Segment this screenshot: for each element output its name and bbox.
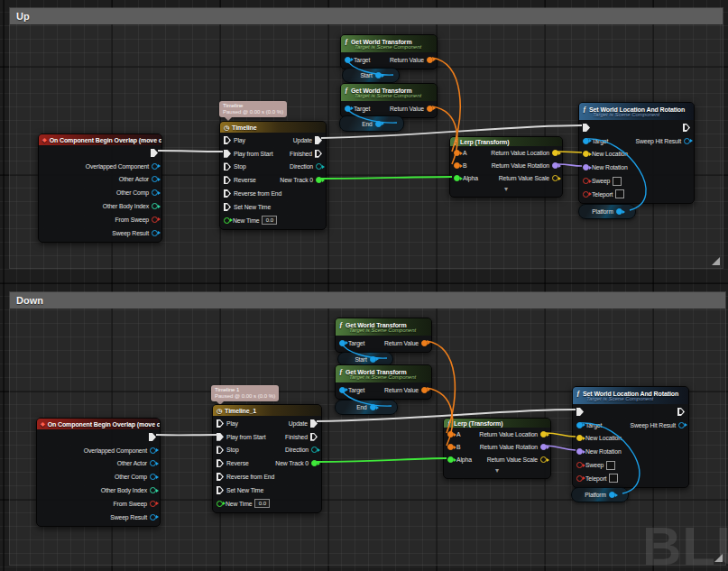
pin-target[interactable] bbox=[583, 138, 589, 144]
pin-teleport[interactable] bbox=[576, 475, 583, 482]
pin-a[interactable] bbox=[447, 431, 454, 437]
new-time-input[interactable]: 0.0 bbox=[254, 499, 270, 508]
pin-platform-value[interactable] bbox=[609, 492, 615, 498]
pin-return-value-location[interactable] bbox=[552, 150, 558, 156]
variable-node-platform[interactable]: Platform bbox=[578, 204, 636, 219]
pin-target[interactable] bbox=[339, 387, 346, 393]
variable-node-platform[interactable]: Platform bbox=[571, 487, 629, 502]
pin-return-value-scale[interactable] bbox=[552, 175, 558, 181]
pin-direction[interactable] bbox=[316, 163, 322, 170]
pin-other-actor[interactable] bbox=[152, 176, 158, 182]
pin-platform-value[interactable] bbox=[616, 208, 622, 215]
pin-direction[interactable] bbox=[311, 447, 318, 453]
exec-stop-pin[interactable] bbox=[217, 446, 224, 454]
pin-sweep-hit-result[interactable] bbox=[678, 422, 685, 428]
comment-resize-handle[interactable] bbox=[714, 554, 723, 562]
pin-target[interactable] bbox=[345, 57, 351, 63]
pin-start-value[interactable] bbox=[370, 356, 376, 363]
pin-return-value[interactable] bbox=[421, 387, 428, 393]
pin-new-time[interactable] bbox=[224, 217, 230, 224]
pin-alpha[interactable] bbox=[447, 456, 454, 463]
pin-new-rotation[interactable] bbox=[576, 448, 583, 455]
get-world-transform-node-down-1[interactable]: ƒ Get World Transform Target is Scene Co… bbox=[335, 318, 432, 353]
pin-new-location[interactable] bbox=[583, 151, 589, 157]
get-world-transform-node-up-2[interactable]: ƒ Get World Transform Target is Scene Co… bbox=[340, 83, 438, 118]
exec-out-pin[interactable] bbox=[151, 149, 158, 157]
variable-node-end[interactable]: End bbox=[339, 115, 404, 132]
exec-out-pin[interactable] bbox=[677, 408, 685, 416]
new-time-input[interactable]: 0.0 bbox=[262, 216, 277, 225]
exec-reverse-from-end-pin[interactable] bbox=[224, 189, 231, 198]
pin-new-track-0[interactable] bbox=[311, 460, 318, 466]
comment-title-down[interactable]: Down bbox=[10, 292, 725, 309]
pin-other-body-index[interactable] bbox=[150, 487, 156, 493]
timeline-node-up[interactable]: ◷ Timeline Play Update Play from Start F… bbox=[219, 121, 327, 230]
pin-alpha[interactable] bbox=[454, 175, 460, 181]
pin-return-value-rotation[interactable] bbox=[552, 162, 558, 169]
variable-node-start[interactable]: Start bbox=[342, 68, 400, 83]
sweep-checkbox[interactable] bbox=[606, 461, 615, 470]
exec-play-pin[interactable] bbox=[224, 136, 231, 144]
chevron-down-icon[interactable]: ▾ bbox=[444, 466, 550, 476]
exec-out-pin[interactable] bbox=[149, 433, 156, 441]
teleport-checkbox[interactable] bbox=[609, 474, 618, 483]
pin-b[interactable] bbox=[447, 444, 454, 450]
exec-update-pin[interactable] bbox=[315, 136, 322, 144]
pin-return-value[interactable] bbox=[427, 106, 433, 112]
chevron-down-icon[interactable]: ▾ bbox=[450, 185, 562, 195]
pin-b[interactable] bbox=[454, 162, 460, 169]
blueprint-graph[interactable]: BLU Up Down ◆ On Component Begin Overlap… bbox=[0, 0, 728, 571]
get-world-transform-node-down-2[interactable]: ƒ Get World Transform Target is Scene Co… bbox=[335, 364, 432, 400]
exec-reverse-pin[interactable] bbox=[224, 176, 231, 184]
pin-from-sweep[interactable] bbox=[150, 501, 156, 507]
variable-node-end[interactable]: End bbox=[335, 400, 398, 415]
pin-other-comp[interactable] bbox=[152, 189, 158, 196]
pin-other-body-index[interactable] bbox=[152, 203, 158, 209]
lerp-transform-node-up[interactable]: ƒ Lerp (Transform) A Return Value Locati… bbox=[449, 136, 563, 198]
exec-play-pin[interactable] bbox=[217, 419, 224, 428]
event-node-begin-overlap-down[interactable]: ◆ On Component Begin Overlap (move cue) … bbox=[36, 418, 161, 527]
pin-start-value[interactable] bbox=[375, 72, 382, 78]
exec-in-pin[interactable] bbox=[576, 408, 584, 416]
comment-title-up[interactable]: Up bbox=[10, 8, 723, 24]
timeline-node-down[interactable]: ◷ Timeline_1 Play Update Play from Start… bbox=[212, 404, 322, 513]
pin-return-value-location[interactable] bbox=[540, 431, 547, 437]
set-world-location-rotation-node-down[interactable]: ƒ Set World Location And Rotation Target… bbox=[572, 386, 689, 488]
pin-new-track-0[interactable] bbox=[316, 177, 322, 183]
pin-from-sweep[interactable] bbox=[152, 216, 158, 223]
exec-finished-pin[interactable] bbox=[315, 150, 322, 158]
pin-other-actor[interactable] bbox=[150, 460, 156, 466]
set-world-location-rotation-node-up[interactable]: ƒ Set World Location And Rotation Target… bbox=[578, 102, 695, 204]
pin-return-value[interactable] bbox=[421, 340, 428, 346]
pin-overlapped-component[interactable] bbox=[152, 163, 158, 170]
pin-target[interactable] bbox=[345, 106, 351, 112]
pin-sweep[interactable] bbox=[576, 462, 583, 468]
pin-teleport[interactable] bbox=[583, 191, 589, 198]
pin-sweep-result[interactable] bbox=[152, 230, 158, 236]
pin-new-time[interactable] bbox=[217, 501, 223, 507]
pin-end-value[interactable] bbox=[375, 121, 382, 127]
pin-sweep-result[interactable] bbox=[150, 514, 156, 520]
exec-in-pin[interactable] bbox=[583, 124, 590, 132]
pin-new-location[interactable] bbox=[576, 435, 583, 441]
event-node-begin-overlap-up[interactable]: ◆ On Component Begin Overlap (move cue2)… bbox=[38, 134, 162, 243]
exec-set-new-time-pin[interactable] bbox=[217, 486, 224, 494]
exec-set-new-time-pin[interactable] bbox=[224, 203, 231, 211]
lerp-transform-node-down[interactable]: ƒ Lerp (Transform) A Return Value Locati… bbox=[443, 418, 551, 479]
exec-stop-pin[interactable] bbox=[224, 162, 231, 170]
pin-return-value-scale[interactable] bbox=[540, 456, 547, 463]
pin-sweep-hit-result[interactable] bbox=[684, 138, 690, 144]
pin-other-comp[interactable] bbox=[150, 474, 156, 480]
pin-new-rotation[interactable] bbox=[583, 164, 589, 170]
pin-return-value-rotation[interactable] bbox=[540, 444, 547, 450]
exec-out-pin[interactable] bbox=[683, 124, 690, 132]
exec-finished-pin[interactable] bbox=[310, 433, 318, 441]
exec-reverse-from-end-pin[interactable] bbox=[217, 473, 224, 481]
exec-play-from-start-pin[interactable] bbox=[217, 433, 224, 441]
pin-a[interactable] bbox=[454, 150, 460, 156]
pin-sweep[interactable] bbox=[583, 178, 589, 184]
pin-return-value[interactable] bbox=[427, 57, 433, 63]
get-world-transform-node-up-1[interactable]: ƒ Get World Transform Target is Scene Co… bbox=[340, 34, 438, 69]
exec-play-from-start-pin[interactable] bbox=[224, 150, 231, 158]
sweep-checkbox[interactable] bbox=[613, 177, 622, 186]
